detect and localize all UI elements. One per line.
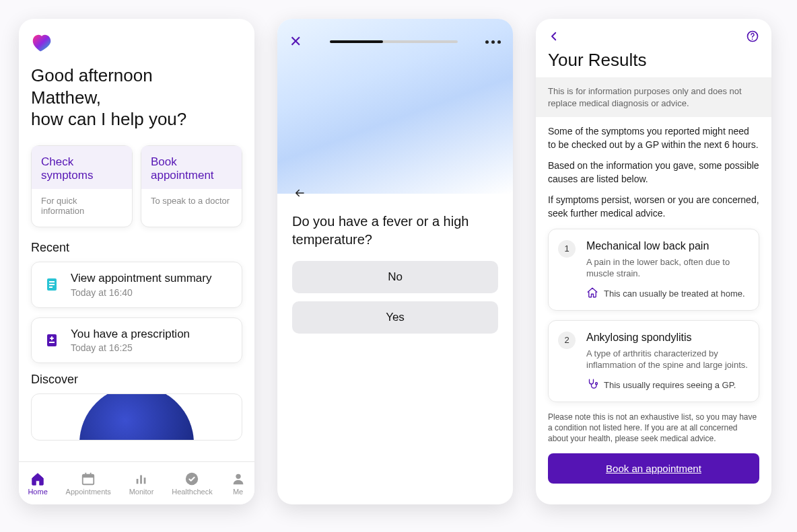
result-foot-text: This usually requires seeing a GP. [604,380,736,390]
tab-label: Appointments [66,488,111,496]
progress-fill [330,40,384,43]
question-text: Do you have a fever or a high temperatur… [292,213,498,249]
recent-item-prescription[interactable]: You have a prescription Today at 16:25 [31,317,242,363]
book-appointment-button[interactable]: Book an appointment [548,453,759,484]
svg-rect-1 [49,281,55,282]
greeting-text: Good afternoon Matthew, how can I help y… [31,65,242,130]
tab-appointments[interactable]: Appointments [66,471,111,496]
svg-rect-2 [49,284,55,285]
home-icon [586,287,598,301]
screen-symptom-question: ✕ Do you have a fever or a high temperat… [277,19,513,504]
list-item-title: View appointment summary [71,272,211,285]
tab-label: Healthcheck [172,488,213,496]
tab-monitor[interactable]: Monitor [129,471,154,496]
result-card-2[interactable]: 2 Ankylosing spondylitis A type of arthr… [548,320,759,402]
close-icon[interactable]: ✕ [289,34,302,49]
tab-healthcheck[interactable]: Healthcheck [172,471,213,496]
help-icon[interactable] [746,30,759,46]
result-description: A pain in the lower back, often due to m… [586,256,748,280]
result-rank-badge: 2 [558,332,576,349]
result-title: Ankylosing spondylitis [586,332,748,344]
answer-yes-button[interactable]: Yes [292,301,498,334]
screen-home: Good afternoon Matthew, how can I help y… [19,19,254,504]
more-icon[interactable] [485,40,501,44]
results-paragraph: Some of the symptoms you reported might … [548,125,759,151]
back-arrow-icon[interactable] [292,186,307,203]
tab-label: Monitor [129,488,154,496]
svg-rect-3 [49,287,53,288]
result-card-1[interactable]: 1 Mechanical low back pain A pain in the… [548,229,759,311]
tile-book-appointment[interactable]: Book appointment To speak to a doctor [141,145,242,228]
svg-rect-11 [140,475,142,484]
tile-check-symptoms[interactable]: Check symptoms For quick information [31,145,133,228]
tab-me[interactable]: Me [231,471,246,496]
discover-card[interactable] [31,393,242,441]
svg-rect-7 [83,474,94,478]
logo-heart-icon [31,32,54,55]
svg-rect-8 [85,472,87,476]
list-item-title: You have a prescription [71,328,190,341]
discover-graphic-icon [79,393,194,441]
recent-item-appointment-summary[interactable]: View appointment summary Today at 16:40 [31,262,242,307]
svg-rect-5 [49,342,55,343]
page-title: Your Results [536,50,771,77]
result-rank-badge: 1 [558,240,576,258]
back-chevron-icon[interactable] [548,30,560,45]
svg-point-14 [236,473,240,478]
tile-title: Check symptoms [41,155,123,183]
tab-bar: Home Appointments Monitor Healthcheck Me [19,461,254,504]
prescription-icon [42,331,61,350]
svg-point-17 [596,383,598,385]
list-item-sub: Today at 16:40 [71,287,211,298]
result-description: A type of arthritis characterized by inf… [586,348,748,371]
tile-subtitle: To speak to a doctor [151,196,232,206]
tab-label: Home [28,488,47,496]
svg-point-16 [752,38,753,40]
document-icon [42,275,61,294]
list-item-sub: Today at 16:25 [71,342,190,353]
tab-label: Me [233,488,243,496]
result-foot-text: This can usually be treated at home. [604,289,745,299]
disclaimer-banner: This is for information purposes only an… [536,77,771,117]
svg-rect-9 [90,472,92,476]
progress-bar [330,40,458,43]
tile-title: Book appointment [151,155,232,183]
discover-heading: Discover [31,373,242,387]
svg-rect-12 [144,478,146,484]
answer-no-button[interactable]: No [292,261,498,293]
svg-rect-10 [137,479,139,484]
tab-home[interactable]: Home [28,471,47,496]
results-footnote: Please note this is not an exhaustive li… [548,412,759,445]
results-paragraph: Based on the information you gave, some … [548,159,759,186]
screen-results: Your Results This is for information pur… [536,19,771,504]
tile-subtitle: For quick information [41,196,123,216]
recent-heading: Recent [31,241,242,255]
result-title: Mechanical low back pain [586,240,748,252]
stethoscope-icon [586,378,598,392]
results-paragraph: If symptoms persist, worsen or you are c… [548,194,759,220]
